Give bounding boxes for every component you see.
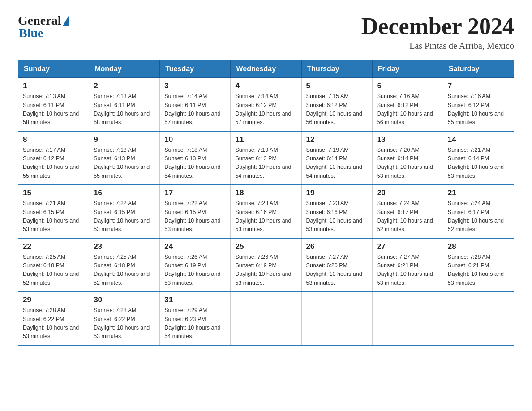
calendar-week-row: 15Sunrise: 7:21 AMSunset: 6:15 PMDayligh… (18, 184, 514, 238)
day-info: Sunrise: 7:21 AMSunset: 6:15 PMDaylight:… (23, 199, 84, 234)
logo-blue-text: Blue (19, 26, 43, 40)
day-number: 4 (235, 81, 296, 90)
day-info: Sunrise: 7:26 AMSunset: 6:19 PMDaylight:… (235, 253, 296, 288)
weekday-header-wednesday: Wednesday (231, 60, 301, 78)
day-number: 19 (306, 188, 368, 197)
calendar-week-row: 29Sunrise: 7:28 AMSunset: 6:22 PMDayligh… (18, 291, 514, 345)
day-info: Sunrise: 7:24 AMSunset: 6:17 PMDaylight:… (448, 199, 509, 234)
day-info: Sunrise: 7:16 AMSunset: 6:12 PMDaylight:… (377, 92, 438, 127)
calendar-day-cell: 30Sunrise: 7:28 AMSunset: 6:22 PMDayligh… (89, 291, 160, 345)
weekday-header-row: SundayMondayTuesdayWednesdayThursdayFrid… (18, 60, 514, 78)
weekday-header-tuesday: Tuesday (160, 60, 231, 78)
day-number: 29 (23, 295, 84, 304)
day-info: Sunrise: 7:26 AMSunset: 6:19 PMDaylight:… (164, 253, 226, 288)
day-number: 28 (448, 242, 509, 251)
day-info: Sunrise: 7:22 AMSunset: 6:15 PMDaylight:… (164, 199, 226, 234)
calendar-day-cell: 11Sunrise: 7:19 AMSunset: 6:13 PMDayligh… (231, 131, 301, 185)
calendar-day-cell: 22Sunrise: 7:25 AMSunset: 6:18 PMDayligh… (18, 238, 89, 292)
weekday-header-sunday: Sunday (18, 60, 89, 78)
day-number: 10 (164, 135, 226, 144)
calendar-day-cell: 31Sunrise: 7:29 AMSunset: 6:23 PMDayligh… (160, 291, 231, 345)
day-number: 18 (235, 188, 296, 197)
calendar-week-row: 1Sunrise: 7:13 AMSunset: 6:11 PMDaylight… (18, 78, 514, 131)
day-number: 20 (377, 188, 438, 197)
calendar-day-cell: 3Sunrise: 7:14 AMSunset: 6:11 PMDaylight… (160, 78, 231, 131)
calendar-day-cell (231, 291, 301, 345)
day-info: Sunrise: 7:20 AMSunset: 6:14 PMDaylight:… (377, 146, 438, 181)
day-info: Sunrise: 7:22 AMSunset: 6:15 PMDaylight:… (94, 199, 155, 234)
day-info: Sunrise: 7:16 AMSunset: 6:12 PMDaylight:… (448, 92, 509, 127)
day-number: 17 (164, 188, 226, 197)
calendar-day-cell: 28Sunrise: 7:28 AMSunset: 6:21 PMDayligh… (443, 238, 514, 292)
calendar-day-cell: 10Sunrise: 7:18 AMSunset: 6:13 PMDayligh… (160, 131, 231, 185)
calendar-day-cell (372, 291, 443, 345)
calendar-day-cell: 1Sunrise: 7:13 AMSunset: 6:11 PMDaylight… (18, 78, 89, 131)
day-info: Sunrise: 7:19 AMSunset: 6:13 PMDaylight:… (235, 146, 296, 181)
day-number: 23 (94, 242, 155, 251)
calendar-day-cell: 18Sunrise: 7:23 AMSunset: 6:16 PMDayligh… (231, 184, 301, 238)
calendar-day-cell: 27Sunrise: 7:27 AMSunset: 6:21 PMDayligh… (372, 238, 443, 292)
calendar-day-cell: 25Sunrise: 7:26 AMSunset: 6:19 PMDayligh… (231, 238, 301, 292)
calendar-day-cell (301, 291, 372, 345)
calendar-day-cell (443, 291, 514, 345)
calendar-day-cell: 24Sunrise: 7:26 AMSunset: 6:19 PMDayligh… (160, 238, 231, 292)
day-number: 11 (235, 135, 296, 144)
weekday-header-thursday: Thursday (301, 60, 372, 78)
day-number: 2 (94, 81, 155, 90)
day-number: 27 (377, 242, 438, 251)
calendar-day-cell: 17Sunrise: 7:22 AMSunset: 6:15 PMDayligh… (160, 184, 231, 238)
calendar-header: SundayMondayTuesdayWednesdayThursdayFrid… (18, 60, 514, 78)
calendar-day-cell: 23Sunrise: 7:25 AMSunset: 6:18 PMDayligh… (89, 238, 160, 292)
day-number: 26 (306, 242, 368, 251)
day-info: Sunrise: 7:25 AMSunset: 6:18 PMDaylight:… (23, 253, 84, 288)
calendar-body: 1Sunrise: 7:13 AMSunset: 6:11 PMDaylight… (18, 78, 514, 345)
day-info: Sunrise: 7:18 AMSunset: 6:13 PMDaylight:… (94, 146, 155, 181)
calendar-day-cell: 6Sunrise: 7:16 AMSunset: 6:12 PMDaylight… (372, 78, 443, 131)
calendar-day-cell: 21Sunrise: 7:24 AMSunset: 6:17 PMDayligh… (443, 184, 514, 238)
day-info: Sunrise: 7:23 AMSunset: 6:16 PMDaylight:… (235, 199, 296, 234)
day-number: 14 (448, 135, 509, 144)
day-info: Sunrise: 7:14 AMSunset: 6:11 PMDaylight:… (164, 92, 226, 127)
day-number: 25 (235, 242, 296, 251)
day-number: 7 (448, 81, 509, 90)
day-number: 12 (306, 135, 368, 144)
calendar-day-cell: 4Sunrise: 7:14 AMSunset: 6:12 PMDaylight… (231, 78, 301, 131)
location-subtitle: Las Pintas de Arriba, Mexico (361, 41, 514, 51)
day-info: Sunrise: 7:13 AMSunset: 6:11 PMDaylight:… (94, 92, 155, 127)
calendar-day-cell: 14Sunrise: 7:21 AMSunset: 6:14 PMDayligh… (443, 131, 514, 185)
day-number: 15 (23, 188, 84, 197)
weekday-header-friday: Friday (372, 60, 443, 78)
calendar-day-cell: 7Sunrise: 7:16 AMSunset: 6:12 PMDaylight… (443, 78, 514, 131)
calendar-day-cell: 16Sunrise: 7:22 AMSunset: 6:15 PMDayligh… (89, 184, 160, 238)
weekday-header-monday: Monday (89, 60, 160, 78)
calendar-day-cell: 13Sunrise: 7:20 AMSunset: 6:14 PMDayligh… (372, 131, 443, 185)
calendar-week-row: 8Sunrise: 7:17 AMSunset: 6:12 PMDaylight… (18, 131, 514, 185)
day-number: 3 (164, 81, 226, 90)
calendar-day-cell: 29Sunrise: 7:28 AMSunset: 6:22 PMDayligh… (18, 291, 89, 345)
calendar-day-cell: 26Sunrise: 7:27 AMSunset: 6:20 PMDayligh… (301, 238, 372, 292)
calendar-day-cell: 12Sunrise: 7:19 AMSunset: 6:14 PMDayligh… (301, 131, 372, 185)
weekday-header-saturday: Saturday (443, 60, 514, 78)
day-info: Sunrise: 7:27 AMSunset: 6:21 PMDaylight:… (377, 253, 438, 288)
calendar-day-cell: 8Sunrise: 7:17 AMSunset: 6:12 PMDaylight… (18, 131, 89, 185)
day-number: 30 (94, 295, 155, 304)
day-info: Sunrise: 7:27 AMSunset: 6:20 PMDaylight:… (306, 253, 368, 288)
day-number: 8 (23, 135, 84, 144)
logo-triangle-icon (63, 15, 69, 26)
day-number: 6 (377, 81, 438, 90)
day-number: 21 (448, 188, 509, 197)
day-info: Sunrise: 7:18 AMSunset: 6:13 PMDaylight:… (164, 146, 226, 181)
calendar-day-cell: 20Sunrise: 7:24 AMSunset: 6:17 PMDayligh… (372, 184, 443, 238)
calendar-week-row: 22Sunrise: 7:25 AMSunset: 6:18 PMDayligh… (18, 238, 514, 292)
day-info: Sunrise: 7:24 AMSunset: 6:17 PMDaylight:… (377, 199, 438, 234)
calendar-table: SundayMondayTuesdayWednesdayThursdayFrid… (18, 60, 514, 346)
month-title: December 2024 (361, 13, 514, 39)
day-number: 13 (377, 135, 438, 144)
day-info: Sunrise: 7:25 AMSunset: 6:18 PMDaylight:… (94, 253, 155, 288)
day-info: Sunrise: 7:13 AMSunset: 6:11 PMDaylight:… (23, 92, 84, 127)
day-info: Sunrise: 7:14 AMSunset: 6:12 PMDaylight:… (235, 92, 296, 127)
day-info: Sunrise: 7:21 AMSunset: 6:14 PMDaylight:… (448, 146, 509, 181)
day-number: 1 (23, 81, 84, 90)
logo: General Blue (18, 13, 69, 40)
day-number: 22 (23, 242, 84, 251)
